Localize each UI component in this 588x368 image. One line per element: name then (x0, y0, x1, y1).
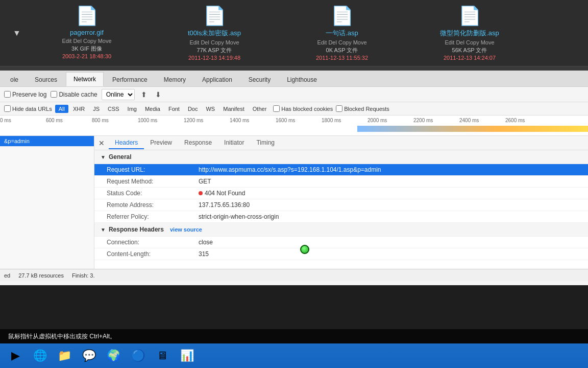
filter-btn-media[interactable]: Media (141, 105, 164, 113)
filter-btn-js[interactable]: JS (89, 105, 103, 113)
hide-data-urls-checkbox[interactable]: Hide data URLs (4, 105, 52, 112)
header-key: Status Code: (107, 190, 199, 197)
filter-btn-all[interactable]: All (55, 105, 68, 113)
file-meta: 56K ASP 文件 (452, 47, 487, 54)
header-key: Request Method: (107, 178, 199, 185)
filter-btn-img[interactable]: Img (124, 105, 140, 113)
general-row-0: Request URL: http://www.aspmuma.cc/sx/s.… (94, 164, 588, 176)
timeline-label-7: 1800 ms (322, 118, 341, 123)
request-item-selected[interactable]: &p=admin (0, 136, 94, 147)
disable-cache-label: Disable cache (59, 91, 97, 98)
timeline-label-9: 2200 ms (413, 118, 433, 123)
taskbar-item-4[interactable]: 🌍 (102, 346, 125, 366)
tab-sources[interactable]: Sources (27, 73, 65, 86)
tab-lighthouse[interactable]: Lighthouse (279, 73, 325, 86)
taskbar-item-3[interactable]: 💬 (78, 346, 100, 366)
tooltip-bar: 鼠标指针从虚拟机中移出或按 Ctrl+Alt。 (0, 329, 588, 343)
taskbar-item-5[interactable]: 🔵 (127, 346, 149, 366)
tab-application[interactable]: Application (194, 73, 240, 86)
timeline-label-2: 800 ms (92, 118, 109, 123)
filter-btn-other[interactable]: Other (249, 105, 271, 113)
file-actions[interactable]: Edit Del Copy Move (189, 39, 239, 45)
status-bar: ed 27.7 kB resources Finish: 3. (0, 269, 588, 281)
separator (0, 66, 588, 71)
taskbar-item-2[interactable]: 📁 (53, 346, 76, 366)
has-blocked-cookies[interactable]: Has blocked cookies (273, 105, 333, 112)
upload-icon[interactable]: ⬆ (139, 89, 149, 100)
taskbar: ▶🌐📁💬🌍🔵🖥📊 (0, 343, 588, 368)
timeline-label-1: 600 ms (46, 118, 63, 123)
general-row-1: Request Method: GET (94, 176, 588, 188)
hide-data-urls-label: Hide data URLs (12, 106, 52, 112)
file-icon: 📄 (331, 5, 354, 27)
filter-btn-manifest[interactable]: Manifest (219, 105, 248, 113)
filter-btn-font[interactable]: Font (165, 105, 183, 113)
timeline-label-5: 1400 ms (230, 118, 249, 123)
general-section-header[interactable]: ▼ General (94, 150, 588, 164)
taskbar-item-1[interactable]: 🌐 (29, 346, 51, 366)
status-item-2: 27.7 kB resources (18, 272, 64, 279)
scroll-arrow[interactable]: ▼ (13, 29, 21, 38)
header-tab-preview[interactable]: Preview (144, 137, 178, 149)
download-icon[interactable]: ⬇ (153, 89, 163, 100)
header-tab-headers[interactable]: Headers (109, 137, 144, 149)
general-arrow: ▼ (101, 154, 106, 160)
file-name: pagerror.gif (70, 29, 104, 36)
disable-cache-checkbox[interactable]: Disable cache (51, 91, 97, 98)
file-item: 📄 pagerror.gif Edit Del Copy Move 3K GIF… (31, 5, 143, 61)
header-value: strict-origin-when-cross-origin (199, 213, 576, 220)
file-date: 2003-2-21 18:48:30 (62, 53, 111, 59)
file-name: 微型简化防删版.asp (440, 29, 499, 38)
file-actions[interactable]: Edit Del Copy Move (62, 38, 111, 44)
throttle-select[interactable]: Online (102, 89, 135, 100)
file-date: 2011-12-13 14:24:07 (444, 55, 496, 61)
close-panel-button[interactable]: ✕ (96, 138, 107, 148)
filter-btn-xhr[interactable]: XHR (69, 105, 88, 113)
status-item-3: Finish: 3. (72, 272, 95, 279)
header-tab-timing[interactable]: Timing (250, 137, 281, 149)
header-value: GET (199, 178, 576, 185)
header-key: Connection: (107, 239, 199, 246)
timeline-label-0: 0 ms (0, 118, 11, 123)
file-actions[interactable]: Edit Del Copy Move (445, 39, 494, 45)
file-item: 📄 一句话.asp Edit Del Copy Move 0K ASP 文件 2… (286, 5, 398, 61)
headers-panel: ✕ HeadersPreviewResponseInitiatorTiming … (94, 136, 588, 269)
file-item: 📄 t00ls未加密版.asp Edit Del Copy Move 77K A… (158, 5, 271, 61)
blocked-requests[interactable]: Blocked Requests (336, 105, 389, 112)
general-row-4: Referrer Policy: strict-origin-when-cros… (94, 211, 588, 223)
general-row-3: Remote Address: 137.175.65.136:80 (94, 199, 588, 211)
taskbar-item-6[interactable]: 🖥 (151, 346, 174, 366)
tab-memory[interactable]: Memory (156, 73, 193, 86)
file-name: t00ls未加密版.asp (188, 29, 241, 38)
tab-network[interactable]: Network (66, 72, 104, 86)
taskbar-item-7[interactable]: 📊 (176, 346, 198, 366)
devtools-container: oleSourcesNetworkPerformanceMemoryApplic… (0, 71, 588, 285)
preserve-log-checkbox[interactable]: Preserve log (4, 91, 46, 98)
devtools-tabs: oleSourcesNetworkPerformanceMemoryApplic… (0, 71, 588, 87)
header-value: http://www.aspmuma.cc/sx/s.asp?s=192.168… (199, 166, 576, 173)
timeline-area: 0 ms600 ms800 ms1000 ms1200 ms1400 ms160… (0, 116, 588, 136)
response-row-0: Connection: close (94, 237, 588, 248)
headers-tabs: ✕ HeadersPreviewResponseInitiatorTiming (94, 136, 588, 150)
response-headers-section-header[interactable]: ▼ Response Headers view source (94, 223, 588, 237)
preserve-log-label: Preserve log (12, 91, 46, 98)
header-key: Remote Address: (107, 201, 199, 209)
file-actions[interactable]: Edit Del Copy Move (317, 39, 366, 45)
taskbar-item-0[interactable]: ▶ (4, 346, 27, 366)
request-list: &p=admin (0, 136, 94, 269)
tab-ole[interactable]: ole (3, 73, 26, 86)
filter-btn-ws[interactable]: WS (202, 105, 218, 113)
header-tab-initiator[interactable]: Initiator (218, 137, 250, 149)
header-key: Referrer Policy: (107, 213, 199, 220)
timeline-label-6: 1600 ms (276, 118, 295, 123)
header-tab-response[interactable]: Response (178, 137, 218, 149)
timeline-label-4: 1200 ms (184, 118, 203, 123)
file-date: 2011-12-13 11:55:32 (316, 55, 368, 61)
tab-performance[interactable]: Performance (105, 73, 155, 86)
filter-btn-css[interactable]: CSS (104, 105, 123, 113)
filter-bar: Hide data URLs AllXHRJSCSSImgMediaFontDo… (0, 102, 588, 116)
view-source-link[interactable]: view source (170, 226, 202, 233)
tab-security[interactable]: Security (241, 73, 278, 86)
file-meta: 0K ASP 文件 (326, 47, 358, 54)
filter-btn-doc[interactable]: Doc (184, 105, 202, 113)
